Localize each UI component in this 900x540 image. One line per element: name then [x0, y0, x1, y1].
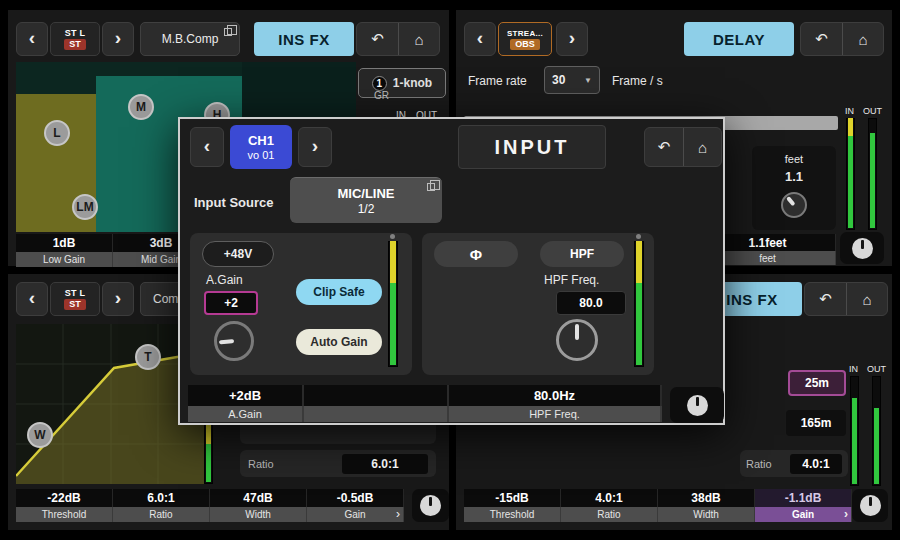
again-knob[interactable] [214, 321, 254, 361]
meter-knob-button[interactable] [412, 489, 449, 522]
forward-button[interactable]: › [102, 282, 134, 316]
delay-value-box[interactable]: feet 1.1 [752, 146, 836, 230]
phantom-48v-button[interactable]: +48V [202, 241, 274, 267]
param-cell-gain[interactable]: -0.5dB Gain› [307, 489, 404, 522]
param-cell-ratio[interactable]: 6.0:1 Ratio [113, 489, 210, 522]
copy-icon [224, 28, 232, 36]
delay-knob[interactable] [781, 192, 807, 218]
param-value-again[interactable]: +2dB [188, 385, 304, 406]
input-level-meter [388, 241, 398, 367]
peak-led [636, 234, 641, 239]
band-handle-l[interactable]: L [44, 120, 70, 146]
chevron-left-icon: ‹ [29, 27, 35, 49]
home-button[interactable]: ⌂ [846, 283, 887, 315]
channel-name: STREA... [507, 29, 543, 38]
back-button[interactable]: ‹ [464, 22, 496, 56]
hpf-freq-knob[interactable] [556, 319, 598, 361]
phase-button[interactable]: Φ [434, 241, 518, 267]
attack-value-box[interactable]: 25m [788, 370, 846, 396]
nav-pair: ↶ ⌂ [644, 127, 722, 167]
channel-tab[interactable]: ST L ST [50, 282, 100, 316]
meter-knob-button[interactable] [840, 232, 884, 264]
param-value-hpf[interactable]: 80.0Hz [449, 385, 662, 406]
back-button[interactable]: ‹ [16, 282, 48, 316]
channel-sub: ST [64, 39, 86, 50]
chevron-right-icon: › [312, 135, 318, 157]
param-label: Width [658, 507, 755, 522]
param-label-again: A.Gain [188, 406, 304, 422]
copy-icon [427, 183, 435, 191]
frame-rate-label: Frame rate [468, 74, 527, 88]
param-cell-width[interactable]: 47dB Width [210, 489, 307, 522]
forward-button[interactable]: › [556, 22, 588, 56]
frame-unit-label: Frame / s [612, 74, 663, 88]
preset-button[interactable]: M.B.Comp [140, 22, 240, 56]
param-cell-ratio[interactable]: 4.0:1 Ratio [561, 489, 658, 522]
band-handle-m[interactable]: M [128, 94, 154, 120]
back-button[interactable]: ‹ [16, 22, 48, 56]
undo-icon: ↶ [371, 30, 384, 48]
channel-tab[interactable]: CH1 vo 01 [230, 125, 292, 169]
again-value-box[interactable]: +2 [204, 291, 258, 315]
channel-tab[interactable]: STREA... OBS [498, 22, 552, 56]
undo-button[interactable]: ↶ [357, 23, 398, 55]
mixer-multiview-screen: ‹ ST L ST › M.B.Comp INS FX ↶ ⌂ L M H LM… [0, 0, 900, 540]
param-value: -1.1dB [755, 489, 852, 507]
peak-led [390, 234, 395, 239]
ratio-row[interactable]: Ratio 4.0:1 [740, 450, 848, 477]
out-meter-label: OUT [863, 106, 882, 116]
param-value: 38dB [658, 489, 755, 507]
meter-knob-button[interactable] [852, 489, 888, 522]
ratio-row[interactable]: Ratio 6.0:1 [240, 450, 436, 477]
in-level-meter [846, 118, 855, 230]
undo-button[interactable]: ↶ [801, 23, 842, 55]
channel-tab[interactable]: ST L ST [50, 22, 100, 56]
undo-button[interactable]: ↶ [805, 283, 846, 315]
home-icon: ⌂ [414, 31, 423, 48]
param-label: Ratio [113, 507, 210, 522]
home-button[interactable]: ⌂ [683, 128, 721, 166]
forward-button[interactable]: › [102, 22, 134, 56]
clip-safe-button[interactable]: Clip Safe [296, 279, 382, 305]
threshold-handle[interactable]: T [135, 344, 161, 370]
one-badge-icon: 1 [372, 76, 387, 91]
home-button[interactable]: ⌂ [842, 23, 883, 55]
channel-name: ST L [65, 288, 86, 298]
ratio-value: 4.0:1 [790, 454, 842, 474]
meter-knob-button[interactable] [670, 387, 724, 423]
hpf-freq-label: HPF Freq. [544, 273, 599, 287]
frame-rate-select[interactable]: 30 ▼ [544, 66, 600, 94]
width-handle[interactable]: W [27, 422, 53, 448]
param-value-empty[interactable] [304, 385, 449, 406]
out-meter-label: OUT [867, 364, 886, 374]
param-label-empty [304, 406, 449, 422]
param-cell-threshold[interactable]: -22dB Threshold [16, 489, 113, 522]
nav-pair: ↶ ⌂ [800, 22, 884, 56]
param-label: Ratio [561, 507, 658, 522]
param-cell-low-gain[interactable]: 1dB Low Gain [16, 234, 113, 267]
auto-gain-button[interactable]: Auto Gain [296, 329, 382, 355]
param-value: -22dB [16, 489, 113, 507]
forward-button[interactable]: › [298, 127, 332, 167]
channel-name: vo 01 [248, 149, 275, 161]
back-button[interactable]: ‹ [190, 127, 224, 167]
chevron-right-icon: › [115, 287, 121, 309]
screen-title[interactable]: INS FX [254, 22, 354, 56]
hpf-button[interactable]: HPF [540, 241, 624, 267]
one-knob-button[interactable]: 1 1-knob [358, 68, 446, 98]
home-icon: ⌂ [698, 139, 707, 156]
dialog-title: INPUT [458, 125, 606, 169]
param-cell-gain[interactable]: -1.1dB Gain› [755, 489, 852, 522]
one-knob-label: 1-knob [393, 76, 432, 90]
hpf-freq-value-box[interactable]: 80.0 [556, 291, 626, 315]
home-button[interactable]: ⌂ [398, 23, 439, 55]
band-handle-lm[interactable]: LM [72, 194, 98, 220]
param-cell-threshold[interactable]: -15dB Threshold [464, 489, 561, 522]
release-value-box[interactable]: 165m [786, 410, 846, 436]
screen-title[interactable]: DELAY [684, 22, 794, 56]
input-source-button[interactable]: MIC/LINE 1/2 [290, 177, 442, 223]
undo-button[interactable]: ↶ [645, 128, 683, 166]
param-strip: +2dB 80.0Hz A.Gain HPF Freq. [188, 385, 662, 422]
param-label: Gain› [307, 507, 404, 522]
param-cell-width[interactable]: 38dB Width [658, 489, 755, 522]
